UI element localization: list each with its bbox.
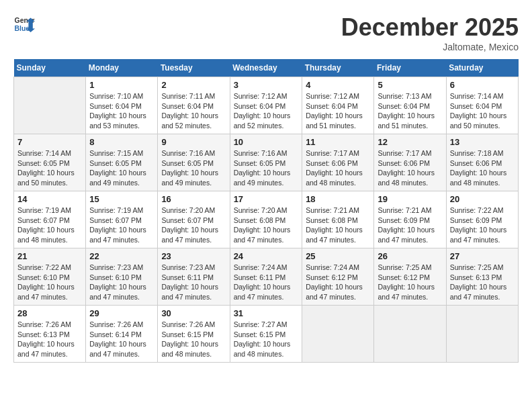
calendar-cell: 19Sunrise: 7:21 AM Sunset: 6:09 PM Dayli… <box>374 191 446 248</box>
day-number: 4 <box>306 80 370 90</box>
day-content: Sunrise: 7:16 AM Sunset: 6:05 PM Dayligh… <box>161 148 226 188</box>
day-content: Sunrise: 7:25 AM Sunset: 6:13 PM Dayligh… <box>450 263 515 302</box>
weekday-header-sunday: Sunday <box>14 59 86 77</box>
day-content: Sunrise: 7:19 AM Sunset: 6:07 PM Dayligh… <box>89 205 154 245</box>
day-content: Sunrise: 7:18 AM Sunset: 6:06 PM Dayligh… <box>450 148 515 188</box>
calendar-cell: 22Sunrise: 7:23 AM Sunset: 6:10 PM Dayli… <box>86 248 158 306</box>
weekday-header-saturday: Saturday <box>446 59 518 77</box>
calendar-cell: 25Sunrise: 7:24 AM Sunset: 6:12 PM Dayli… <box>302 248 374 306</box>
calendar-cell: 1Sunrise: 7:10 AM Sunset: 6:04 PM Daylig… <box>86 77 158 134</box>
calendar-cell: 15Sunrise: 7:19 AM Sunset: 6:07 PM Dayli… <box>86 191 158 248</box>
title-area: December 2025 Jaltomate, Mexico <box>341 13 519 52</box>
location: Jaltomate, Mexico <box>341 42 519 52</box>
calendar-week-4: 21Sunrise: 7:22 AM Sunset: 6:10 PM Dayli… <box>14 248 519 306</box>
weekday-header-tuesday: Tuesday <box>158 59 230 77</box>
calendar-cell: 9Sunrise: 7:16 AM Sunset: 6:05 PM Daylig… <box>158 134 230 191</box>
day-content: Sunrise: 7:21 AM Sunset: 6:08 PM Dayligh… <box>306 205 370 245</box>
day-number: 22 <box>89 251 154 261</box>
day-number: 11 <box>306 137 370 147</box>
day-content: Sunrise: 7:20 AM Sunset: 6:07 PM Dayligh… <box>161 205 226 245</box>
day-number: 1 <box>89 80 154 90</box>
calendar-cell: 24Sunrise: 7:24 AM Sunset: 6:11 PM Dayli… <box>230 248 302 306</box>
calendar-cell: 16Sunrise: 7:20 AM Sunset: 6:07 PM Dayli… <box>158 191 230 248</box>
calendar-cell <box>302 306 374 363</box>
calendar-header: SundayMondayTuesdayWednesdayThursdayFrid… <box>14 59 519 77</box>
day-content: Sunrise: 7:24 AM Sunset: 6:12 PM Dayligh… <box>306 263 370 302</box>
calendar-week-1: 1Sunrise: 7:10 AM Sunset: 6:04 PM Daylig… <box>14 77 519 134</box>
day-number: 2 <box>161 80 226 90</box>
day-number: 16 <box>161 194 226 204</box>
day-content: Sunrise: 7:14 AM Sunset: 6:04 PM Dayligh… <box>450 91 515 131</box>
calendar-cell: 23Sunrise: 7:23 AM Sunset: 6:11 PM Dayli… <box>158 248 230 306</box>
weekday-header-friday: Friday <box>374 59 446 77</box>
calendar-cell: 2Sunrise: 7:11 AM Sunset: 6:04 PM Daylig… <box>158 77 230 134</box>
day-content: Sunrise: 7:22 AM Sunset: 6:10 PM Dayligh… <box>17 263 82 302</box>
day-number: 27 <box>450 251 515 261</box>
day-content: Sunrise: 7:10 AM Sunset: 6:04 PM Dayligh… <box>89 91 154 131</box>
calendar-cell <box>14 77 86 134</box>
day-number: 21 <box>17 251 82 261</box>
day-content: Sunrise: 7:19 AM Sunset: 6:07 PM Dayligh… <box>17 205 82 245</box>
calendar-cell: 6Sunrise: 7:14 AM Sunset: 6:04 PM Daylig… <box>446 77 518 134</box>
calendar-cell: 14Sunrise: 7:19 AM Sunset: 6:07 PM Dayli… <box>14 191 86 248</box>
calendar-cell: 26Sunrise: 7:25 AM Sunset: 6:12 PM Dayli… <box>374 248 446 306</box>
calendar-cell: 28Sunrise: 7:26 AM Sunset: 6:13 PM Dayli… <box>14 306 86 363</box>
calendar-cell: 12Sunrise: 7:17 AM Sunset: 6:06 PM Dayli… <box>374 134 446 191</box>
day-number: 23 <box>161 251 226 261</box>
page-header: General Blue December 2025 Jaltomate, Me… <box>13 13 519 52</box>
day-number: 17 <box>234 194 299 204</box>
day-number: 31 <box>234 308 299 318</box>
day-content: Sunrise: 7:22 AM Sunset: 6:09 PM Dayligh… <box>450 205 515 245</box>
calendar-cell: 10Sunrise: 7:16 AM Sunset: 6:05 PM Dayli… <box>230 134 302 191</box>
day-number: 30 <box>161 308 226 318</box>
calendar-cell: 21Sunrise: 7:22 AM Sunset: 6:10 PM Dayli… <box>14 248 86 306</box>
calendar-cell: 13Sunrise: 7:18 AM Sunset: 6:06 PM Dayli… <box>446 134 518 191</box>
day-content: Sunrise: 7:12 AM Sunset: 6:04 PM Dayligh… <box>306 91 370 131</box>
day-content: Sunrise: 7:12 AM Sunset: 6:04 PM Dayligh… <box>234 91 299 131</box>
calendar-week-3: 14Sunrise: 7:19 AM Sunset: 6:07 PM Dayli… <box>14 191 519 248</box>
day-number: 8 <box>89 137 154 147</box>
day-content: Sunrise: 7:17 AM Sunset: 6:06 PM Dayligh… <box>306 148 370 188</box>
calendar-cell: 29Sunrise: 7:26 AM Sunset: 6:14 PM Dayli… <box>86 306 158 363</box>
day-number: 9 <box>161 137 226 147</box>
weekday-header-row: SundayMondayTuesdayWednesdayThursdayFrid… <box>14 59 519 77</box>
day-content: Sunrise: 7:27 AM Sunset: 6:15 PM Dayligh… <box>234 320 299 359</box>
weekday-header-monday: Monday <box>86 59 158 77</box>
day-number: 15 <box>89 194 154 204</box>
calendar-cell: 4Sunrise: 7:12 AM Sunset: 6:04 PM Daylig… <box>302 77 374 134</box>
calendar-cell: 7Sunrise: 7:14 AM Sunset: 6:05 PM Daylig… <box>14 134 86 191</box>
day-number: 14 <box>17 194 82 204</box>
day-number: 20 <box>450 194 515 204</box>
weekday-header-wednesday: Wednesday <box>230 59 302 77</box>
day-content: Sunrise: 7:17 AM Sunset: 6:06 PM Dayligh… <box>378 148 442 188</box>
day-number: 5 <box>378 80 442 90</box>
svg-text:Blue: Blue <box>15 25 30 32</box>
month-title: December 2025 <box>341 13 519 42</box>
day-content: Sunrise: 7:15 AM Sunset: 6:05 PM Dayligh… <box>89 148 154 188</box>
day-number: 28 <box>17 308 82 318</box>
calendar-cell: 8Sunrise: 7:15 AM Sunset: 6:05 PM Daylig… <box>86 134 158 191</box>
calendar-cell <box>374 306 446 363</box>
calendar-week-5: 28Sunrise: 7:26 AM Sunset: 6:13 PM Dayli… <box>14 306 519 363</box>
day-content: Sunrise: 7:26 AM Sunset: 6:13 PM Dayligh… <box>17 320 82 359</box>
day-number: 29 <box>89 308 154 318</box>
calendar-cell: 20Sunrise: 7:22 AM Sunset: 6:09 PM Dayli… <box>446 191 518 248</box>
day-content: Sunrise: 7:13 AM Sunset: 6:04 PM Dayligh… <box>378 91 442 131</box>
day-number: 25 <box>306 251 370 261</box>
day-content: Sunrise: 7:14 AM Sunset: 6:05 PM Dayligh… <box>17 148 82 188</box>
day-number: 13 <box>450 137 515 147</box>
day-number: 3 <box>234 80 299 90</box>
weekday-header-thursday: Thursday <box>302 59 374 77</box>
calendar-week-2: 7Sunrise: 7:14 AM Sunset: 6:05 PM Daylig… <box>14 134 519 191</box>
calendar-cell <box>446 306 518 363</box>
day-content: Sunrise: 7:25 AM Sunset: 6:12 PM Dayligh… <box>378 263 442 302</box>
day-number: 10 <box>234 137 299 147</box>
day-content: Sunrise: 7:16 AM Sunset: 6:05 PM Dayligh… <box>234 148 299 188</box>
calendar-cell: 27Sunrise: 7:25 AM Sunset: 6:13 PM Dayli… <box>446 248 518 306</box>
calendar-cell: 30Sunrise: 7:26 AM Sunset: 6:15 PM Dayli… <box>158 306 230 363</box>
calendar-cell: 18Sunrise: 7:21 AM Sunset: 6:08 PM Dayli… <box>302 191 374 248</box>
day-number: 7 <box>17 137 82 147</box>
logo-icon: General Blue <box>13 13 35 35</box>
day-content: Sunrise: 7:26 AM Sunset: 6:15 PM Dayligh… <box>161 320 226 359</box>
day-content: Sunrise: 7:23 AM Sunset: 6:10 PM Dayligh… <box>89 263 154 302</box>
